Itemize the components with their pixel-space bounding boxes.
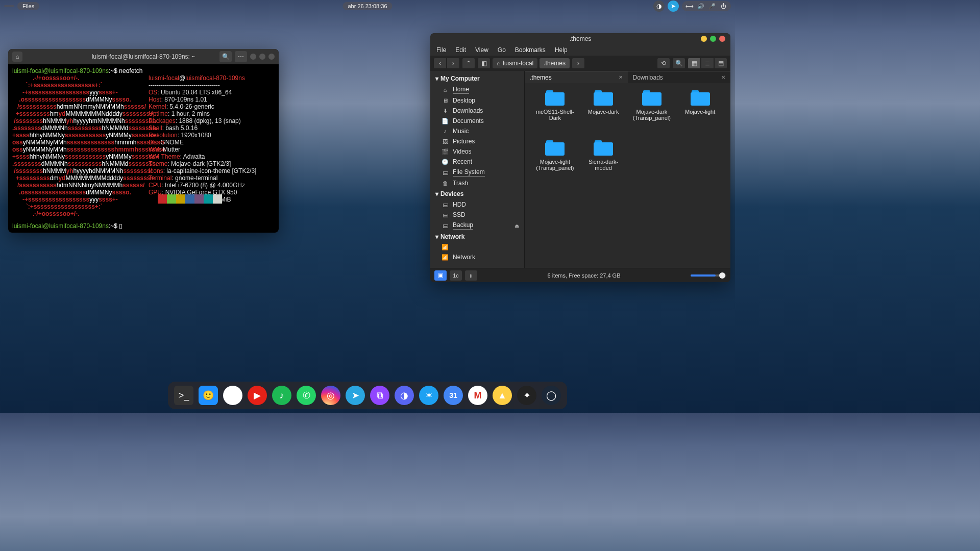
dock: >_🙂◉▶♪✆◎➤⧉◑✶31M▲✦◯ bbox=[168, 382, 567, 409]
sidebar-item-hdd[interactable]: 🖴HDD bbox=[430, 199, 524, 210]
close-button[interactable] bbox=[719, 36, 725, 42]
dock-calendar[interactable]: 31 bbox=[444, 386, 463, 405]
zoom-slider[interactable] bbox=[691, 274, 726, 277]
sidebar-item-ssd[interactable]: 🖴SSD bbox=[430, 210, 524, 220]
sidebar-item-recent[interactable]: 🕘Recent bbox=[430, 157, 524, 167]
sidebar-head-devices[interactable]: ▾ Devices bbox=[430, 188, 524, 199]
close-button[interactable] bbox=[268, 54, 275, 60]
dock-whatsapp[interactable]: ✆ bbox=[297, 386, 316, 405]
dock-terminal[interactable]: >_ bbox=[174, 386, 193, 405]
telegram-indicator[interactable]: ➤ bbox=[668, 1, 679, 12]
folder-icon bbox=[594, 90, 613, 106]
wifi-icon: 📶 bbox=[442, 244, 449, 251]
path-root-button[interactable]: ◧ bbox=[477, 58, 491, 69]
menu-help[interactable]: Help bbox=[555, 46, 568, 54]
sidebar-item-documents[interactable]: 📄Documents bbox=[430, 116, 524, 126]
sidebar: ▾ My Computer ⌂Home🖥Desktop⬇Downloads📄Do… bbox=[430, 71, 525, 268]
dock-twitch[interactable]: ⧉ bbox=[370, 386, 389, 405]
folder-mcos11-shell-dark[interactable]: mcOS11-Shell-Dark bbox=[532, 90, 578, 136]
menu-bookmarks[interactable]: Bookmarks bbox=[515, 46, 546, 54]
top-panel: Files abr 26 23:08:36 ◑ ➤ ⟷ 🔊 🎤 ⏻ bbox=[0, 0, 735, 12]
dock-discord[interactable]: ◑ bbox=[395, 386, 414, 405]
tab-downloads[interactable]: Downloads✕ bbox=[628, 71, 731, 83]
refresh-button[interactable]: ⟲ bbox=[657, 58, 670, 69]
file-grid[interactable]: mcOS11-Shell-DarkMojave-darkMojave-dark … bbox=[525, 83, 730, 268]
sidebar-item-home[interactable]: ⌂Home bbox=[430, 84, 524, 95]
path-overflow-button[interactable]: › bbox=[572, 58, 585, 69]
maximize-button[interactable] bbox=[259, 54, 265, 60]
status-tray[interactable]: ⟷ 🔊 🎤 ⏻ bbox=[682, 1, 731, 11]
path-segment-themes[interactable]: .themes bbox=[540, 58, 570, 68]
power-icon: ⏻ bbox=[720, 3, 727, 10]
maximize-button[interactable] bbox=[710, 36, 716, 42]
folder-mojave-dark[interactable]: Mojave-dark bbox=[580, 90, 627, 136]
view-icons-button[interactable]: ▦ bbox=[688, 58, 701, 69]
menu-file[interactable]: File bbox=[436, 46, 446, 54]
folder-mojave-dark-transp-panel-[interactable]: Mojave-dark (Transp_panel) bbox=[629, 90, 675, 136]
status-mode-1[interactable]: ▣ bbox=[434, 270, 447, 281]
menu-go[interactable]: Go bbox=[498, 46, 506, 54]
menu-button[interactable]: ⋯ bbox=[235, 51, 247, 62]
files-menu-button[interactable]: Files bbox=[17, 2, 39, 10]
dock-drive[interactable]: ▲ bbox=[493, 386, 512, 405]
sidebar-item-network[interactable]: 📶Network bbox=[430, 252, 524, 262]
dock-chrome[interactable]: ◉ bbox=[223, 386, 242, 405]
path-segment-user[interactable]: ⌂luismi-focal bbox=[493, 58, 537, 68]
dock-gmail[interactable]: M bbox=[468, 386, 487, 405]
Recent-icon: 🕘 bbox=[442, 159, 449, 165]
folder-icon bbox=[545, 140, 565, 156]
terminal-titlebar[interactable]: ⌂ luismi-focal@luismifocal-870-109ns: ~ … bbox=[8, 49, 279, 64]
dock-instagram[interactable]: ◎ bbox=[321, 386, 340, 405]
Home-icon: ⌂ bbox=[442, 87, 449, 93]
search-button[interactable]: 🔍 bbox=[672, 58, 685, 69]
Pictures-icon: 🖼 bbox=[442, 138, 449, 144]
menu-view[interactable]: View bbox=[475, 46, 488, 54]
sidebar-item-[interactable]: 📶 bbox=[430, 242, 524, 252]
minimize-button[interactable] bbox=[250, 54, 256, 60]
terminal-body[interactable]: luismi-focal@luismifocal-870-109ns:~$ ne… bbox=[8, 64, 279, 233]
search-button[interactable]: 🔍 bbox=[219, 51, 232, 62]
folder-mojave-light[interactable]: Mojave-light bbox=[677, 90, 723, 136]
Documents-icon: 📄 bbox=[442, 118, 449, 124]
sidebar-item-desktop[interactable]: 🖥Desktop bbox=[430, 95, 524, 106]
close-icon[interactable]: ✕ bbox=[721, 74, 725, 80]
discord-indicator[interactable]: ◑ bbox=[653, 1, 665, 12]
status-mode-3[interactable]: ⫾ bbox=[465, 270, 477, 281]
dock-finder[interactable]: 🙂 bbox=[199, 386, 218, 405]
dock-youtube[interactable]: ▶ bbox=[248, 386, 267, 405]
minimize-button[interactable] bbox=[701, 36, 707, 42]
sidebar-item-music[interactable]: ♪Music bbox=[430, 126, 524, 136]
sidebar-head-computer[interactable]: ▾ My Computer bbox=[430, 73, 524, 84]
close-icon[interactable]: ✕ bbox=[619, 74, 623, 80]
forward-button[interactable]: › bbox=[447, 58, 460, 69]
sidebar-item-pictures[interactable]: 🖼Pictures bbox=[430, 136, 524, 146]
dock-twitter[interactable]: ✶ bbox=[419, 386, 438, 405]
eject-icon[interactable]: ⏏ bbox=[514, 223, 519, 229]
neofetch-info: luismi-focal@luismifocal-870-109ns -----… bbox=[149, 74, 256, 203]
dock-telegram[interactable]: ➤ bbox=[346, 386, 365, 405]
folder-sierra-dark-moded[interactable]: Sierra-dark-moded bbox=[580, 140, 627, 186]
status-mode-2[interactable]: 1c bbox=[450, 270, 462, 281]
folder-mojave-light-transp-panel-[interactable]: Mojave-light (Transp_panel) bbox=[532, 140, 578, 186]
view-list-button[interactable]: ≣ bbox=[701, 58, 714, 69]
sidebar-item-videos[interactable]: 🎬Videos bbox=[430, 146, 524, 157]
sidebar-item-trash[interactable]: 🗑Trash bbox=[430, 178, 524, 188]
apple-menu[interactable] bbox=[4, 5, 14, 7]
up-button[interactable]: ⌃ bbox=[462, 58, 475, 69]
sidebar-item-backup[interactable]: 🖴Backup⏏ bbox=[430, 220, 524, 231]
dock-photos[interactable]: ✦ bbox=[517, 386, 536, 405]
back-button[interactable]: ‹ bbox=[433, 58, 447, 69]
sidebar-head-network[interactable]: ▾ Network bbox=[430, 231, 524, 242]
folder-icon bbox=[642, 90, 662, 106]
dock-spotify[interactable]: ♪ bbox=[272, 386, 291, 405]
files-titlebar[interactable]: .themes bbox=[430, 33, 730, 44]
terminal-home-button[interactable]: ⌂ bbox=[12, 52, 22, 62]
sidebar-item-downloads[interactable]: ⬇Downloads bbox=[430, 106, 524, 116]
menu-edit[interactable]: Edit bbox=[455, 46, 466, 54]
sidebar-item-file-system[interactable]: 🖴File System bbox=[430, 167, 524, 178]
folder-icon bbox=[545, 90, 565, 106]
dock-steam[interactable]: ◯ bbox=[542, 386, 561, 405]
tab-.themes[interactable]: .themes✕ bbox=[525, 71, 628, 83]
view-compact-button[interactable]: ▤ bbox=[714, 58, 727, 69]
Videos-icon: 🎬 bbox=[442, 148, 449, 155]
